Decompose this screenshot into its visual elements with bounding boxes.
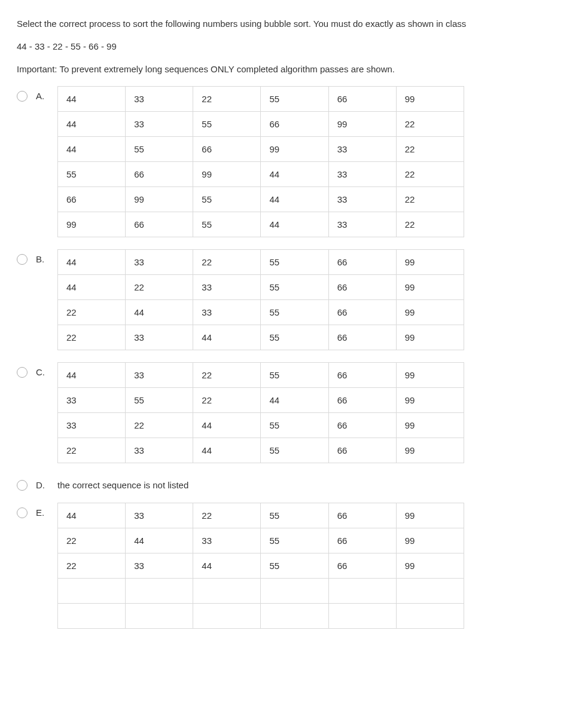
table-cell: 99 (58, 212, 126, 237)
table-cell: 99 (396, 325, 464, 350)
table-cell: 66 (126, 212, 193, 237)
table-cell: 99 (126, 187, 193, 212)
table-cell: 44 (58, 363, 126, 388)
option-body: the correct sequence is not listed (57, 475, 568, 490)
table-cell (261, 579, 328, 604)
radio-e[interactable] (17, 507, 28, 518)
table-cell: 44 (261, 187, 328, 212)
table-cell: 55 (261, 528, 328, 553)
option-letter: C. (36, 362, 49, 377)
table-cell: 66 (328, 438, 396, 463)
table-cell: 66 (328, 363, 396, 388)
table-row: 669955443322 (58, 187, 464, 212)
table-row: 332244556699 (58, 413, 464, 438)
table-row: 224433556699 (58, 528, 464, 553)
table-cell (193, 604, 261, 629)
radio-d[interactable] (17, 480, 28, 491)
table-cell: 22 (396, 137, 464, 162)
table-cell: 33 (126, 503, 193, 528)
table-cell: 66 (328, 87, 396, 112)
table-cell: 66 (261, 112, 328, 137)
table-cell: 44 (58, 112, 126, 137)
option-letter: E. (36, 503, 49, 518)
table-cell: 22 (396, 212, 464, 237)
table-cell (58, 604, 126, 629)
table-cell: 99 (396, 87, 464, 112)
table-cell: 22 (58, 325, 126, 350)
radio-b[interactable] (17, 254, 28, 265)
table-cell (396, 579, 464, 604)
question-line-3: Important: To prevent extremely long seq… (17, 62, 568, 77)
table-cell: 44 (193, 325, 261, 350)
table-cell: 33 (126, 87, 193, 112)
table-cell: 66 (328, 503, 396, 528)
table-cell: 99 (396, 388, 464, 413)
question-stem: Select the correct process to sort the f… (17, 17, 568, 77)
option-body: 4433225566993355224466993322445566992233… (57, 362, 568, 463)
table-cell (58, 579, 126, 604)
table-cell: 33 (193, 275, 261, 300)
table-cell: 55 (261, 363, 328, 388)
table-cell: 55 (261, 87, 328, 112)
table-cell: 44 (261, 388, 328, 413)
table-row: 445566993322 (58, 137, 464, 162)
table-cell: 99 (396, 300, 464, 325)
table-cell: 22 (193, 388, 261, 413)
table-cell: 55 (261, 325, 328, 350)
table-row: 224433556699 (58, 300, 464, 325)
option-letter: A. (36, 86, 49, 101)
option-letter: D. (36, 475, 49, 490)
table-row: 223344556699 (58, 553, 464, 579)
table-cell: 33 (193, 300, 261, 325)
option-a: A.44332255669944335566992244556699332255… (17, 86, 568, 237)
table-cell: 22 (58, 528, 126, 553)
table-row: 223344556699 (58, 438, 464, 463)
table-row: 556699443322 (58, 162, 464, 187)
table-cell: 44 (126, 528, 193, 553)
table-row: 443322556699 (58, 250, 464, 275)
table-cell: 22 (193, 250, 261, 275)
table-cell: 33 (126, 325, 193, 350)
table-cell: 99 (396, 438, 464, 463)
radio-c[interactable] (17, 367, 28, 378)
table-cell: 22 (396, 162, 464, 187)
table-row: 223344556699 (58, 325, 464, 350)
table-cell: 44 (261, 162, 328, 187)
table-cell (328, 579, 396, 604)
option-c: C.44332255669933552244669933224455669922… (17, 362, 568, 463)
table-cell: 44 (58, 250, 126, 275)
table-cell: 99 (396, 503, 464, 528)
table-cell: 66 (58, 187, 126, 212)
table-cell: 33 (126, 363, 193, 388)
table-cell: 99 (396, 413, 464, 438)
table-cell: 44 (58, 87, 126, 112)
table-cell: 55 (261, 275, 328, 300)
question-line-1: Select the correct process to sort the f… (17, 17, 568, 31)
radio-a[interactable] (17, 91, 28, 102)
table-cell: 33 (328, 162, 396, 187)
option-body: 443322556699224433556699223344556699 (57, 503, 568, 629)
table-cell: 33 (328, 137, 396, 162)
table-cell: 66 (328, 300, 396, 325)
table-cell: 44 (126, 300, 193, 325)
option-body: 4433225566994433556699224455669933225566… (57, 86, 568, 237)
table-cell: 66 (328, 528, 396, 553)
table-cell: 55 (126, 137, 193, 162)
table-cell: 55 (193, 112, 261, 137)
option-b: B.44332255669944223355669922443355669922… (17, 249, 568, 350)
table-cell: 22 (193, 87, 261, 112)
table-row: 443322556699 (58, 363, 464, 388)
table-cell: 55 (261, 438, 328, 463)
table-cell: 99 (193, 162, 261, 187)
question-line-2: 44 - 33 - 22 - 55 - 66 - 99 (17, 39, 568, 54)
sort-passes-table: 4433225566994422335566992244335566992233… (57, 249, 464, 350)
table-cell: 55 (193, 212, 261, 237)
table-cell: 33 (328, 187, 396, 212)
table-cell: 44 (58, 137, 126, 162)
table-row: 335522446699 (58, 388, 464, 413)
table-cell: 22 (396, 187, 464, 212)
table-cell: 66 (328, 325, 396, 350)
table-cell: 66 (126, 162, 193, 187)
table-cell (193, 579, 261, 604)
option-text: the correct sequence is not listed (57, 475, 188, 490)
